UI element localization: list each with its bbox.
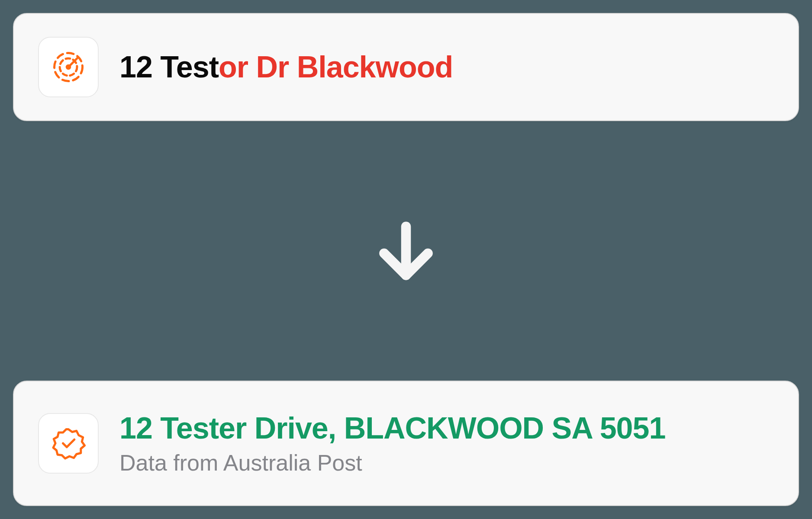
verified-icon-box bbox=[38, 413, 99, 474]
verified-badge-icon bbox=[51, 426, 86, 461]
output-source-text: Data from Australia Post bbox=[119, 450, 665, 476]
output-address-line: 12 Tester Drive, BLACKWOOD SA 5051 bbox=[119, 411, 665, 445]
arrow-down-icon bbox=[367, 212, 445, 290]
radar-icon-box bbox=[38, 37, 99, 97]
radar-icon bbox=[51, 50, 86, 84]
input-address-card: 12 Testor Dr Blackwood bbox=[13, 13, 799, 121]
output-address-text: 12 Tester Drive, BLACKWOOD SA 5051 Data … bbox=[119, 411, 665, 476]
arrow-container bbox=[13, 212, 799, 290]
output-address-card: 12 Tester Drive, BLACKWOOD SA 5051 Data … bbox=[13, 381, 799, 506]
input-address-unmatched: or Dr Blackwood bbox=[219, 50, 453, 84]
input-address-line: 12 Testor Dr Blackwood bbox=[119, 50, 453, 84]
input-address-matched: 12 Test bbox=[119, 50, 219, 84]
input-address-text: 12 Testor Dr Blackwood bbox=[119, 50, 453, 84]
